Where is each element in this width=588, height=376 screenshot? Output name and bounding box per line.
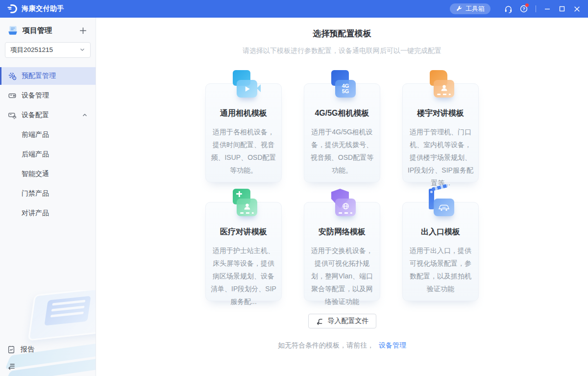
wrench-icon bbox=[456, 5, 463, 12]
card-description: 适用于出入口，提供可视化场景配置，参数配置，以及抓拍机验证功能 bbox=[407, 244, 474, 295]
sidebar-item-label: 设备管理 bbox=[22, 91, 49, 100]
card-title: 通用相机模板 bbox=[206, 108, 281, 119]
minimize-icon bbox=[544, 5, 551, 12]
sidebar-subitem-label: 对讲产品 bbox=[22, 209, 49, 218]
sidebar-subitem-intelligent-traffic[interactable]: 智能交通 bbox=[0, 165, 96, 183]
sidebar: 项目管理 项目20251215 bbox=[0, 18, 96, 376]
card-description: 适用于交换机设备，提供可视化拓扑规划，整网Vlan、端口聚合等配置，以及网络验证… bbox=[308, 244, 376, 308]
app-logo-icon bbox=[7, 3, 18, 14]
close-icon bbox=[573, 5, 581, 13]
card-description: 适用于各相机设备，提供时间配置、视音频、ISUP、OSD配置等功能。 bbox=[210, 125, 277, 176]
template-card-building-intercom[interactable]: 楼宇对讲模板 适用于管理机、门口机、室内机等设备，提供楼宇场景规划、IP段划分、… bbox=[402, 83, 479, 182]
sidebar-bottom: 报告 bbox=[0, 341, 96, 376]
template-card-entrance-exit[interactable]: 出入口模板 适用于出入口，提供可视化场景配置，参数配置，以及抓拍机验证功能 bbox=[402, 202, 479, 301]
sidebar-subitem-intercom-products[interactable]: 对讲产品 bbox=[0, 204, 96, 222]
sidebar-item-report[interactable]: 报告 bbox=[0, 341, 96, 358]
close-button[interactable] bbox=[569, 0, 584, 18]
project-ledger-icon bbox=[7, 25, 19, 36]
sidebar-item-device-management[interactable]: 设备管理 bbox=[0, 87, 96, 104]
card-description: 适用于护士站主机、床头屏等设备，提供病区场景规划、设备清单、IP段划分、SIP服… bbox=[210, 244, 277, 308]
sidebar-item-preconfig-management[interactable]: 预配置管理 bbox=[0, 67, 96, 85]
building-intercom-icon bbox=[426, 70, 455, 100]
add-project-button[interactable] bbox=[78, 25, 88, 35]
device-box-icon bbox=[8, 91, 17, 100]
card-description: 适用于管理机、门口机、室内机等设备，提供楼宇场景规划、IP段划分、SIP服务配置… bbox=[407, 125, 474, 189]
card-description: 适用于4G/5G相机设备，提供无线拨号、视音频、OSD配置等功能。 bbox=[308, 125, 376, 176]
main-content: 选择预配置模板 请选择以下模板进行参数配置，设备通电联网后可以一键完成配置 通用… bbox=[96, 18, 588, 376]
template-card-general-camera[interactable]: 通用相机模板 适用于各相机设备，提供时间配置、视音频、ISUP、OSD配置等功能… bbox=[205, 83, 282, 182]
import-icon bbox=[316, 317, 324, 326]
toolbox-label: 工具箱 bbox=[466, 4, 485, 13]
sidebar-subitem-label: 前端产品 bbox=[22, 130, 49, 139]
device-gear-icon bbox=[8, 111, 17, 120]
page-title: 选择预配置模板 bbox=[313, 28, 371, 40]
footer-note: 如无符合条件的模板，请前往， 设备管理 bbox=[278, 341, 406, 350]
footer-comma: ， bbox=[367, 341, 374, 349]
import-config-button[interactable]: 导入配置文件 bbox=[308, 314, 376, 328]
support-button[interactable] bbox=[500, 0, 516, 18]
report-label: 报告 bbox=[21, 345, 34, 354]
device-management-link[interactable]: 设备管理 bbox=[379, 341, 406, 349]
template-card-security-network[interactable]: 安防网络模板 适用于交换机设备，提供可视化拓扑规划，整网Vlan、端口聚合等配置… bbox=[304, 202, 380, 301]
security-network-icon bbox=[327, 189, 357, 218]
import-button-label: 导入配置文件 bbox=[328, 317, 369, 326]
project-section-title: 项目管理 bbox=[23, 26, 78, 35]
camera-icon bbox=[229, 70, 258, 100]
card-title: 4G/5G相机模板 bbox=[304, 108, 380, 119]
page-subtitle: 请选择以下模板进行参数配置，设备通电联网后可以一键完成配置 bbox=[243, 46, 441, 55]
card-title: 医疗对讲模板 bbox=[206, 227, 281, 237]
app-title: 海康交付助手 bbox=[22, 4, 64, 13]
sidebar-subitem-label: 后端产品 bbox=[22, 150, 49, 159]
headset-icon bbox=[504, 4, 513, 14]
card-title: 安防网络模板 bbox=[304, 227, 380, 237]
titlebar-separator bbox=[536, 5, 536, 12]
sidebar-subitem-back-end-products[interactable]: 后端产品 bbox=[0, 146, 96, 163]
sidebar-collapse-button[interactable] bbox=[0, 358, 96, 374]
sidebar-nav: 预配置管理 设备管理 bbox=[0, 65, 96, 224]
collapse-sidebar-icon bbox=[7, 362, 16, 371]
report-document-icon bbox=[7, 345, 16, 354]
badge-5g: 5G bbox=[342, 88, 349, 94]
card-title: 出入口模板 bbox=[403, 227, 478, 237]
help-button[interactable]: ? bbox=[516, 0, 532, 18]
gear-icon bbox=[8, 72, 17, 80]
sidebar-subitem-label: 门禁产品 bbox=[22, 189, 49, 198]
plus-icon bbox=[79, 26, 87, 35]
sidebar-subitem-access-control-products[interactable]: 门禁产品 bbox=[0, 185, 96, 202]
minimize-button[interactable] bbox=[540, 0, 555, 18]
notification-dot bbox=[525, 3, 529, 7]
template-cards-grid: 通用相机模板 适用于各相机设备，提供时间配置、视音频、ISUP、OSD配置等功能… bbox=[205, 83, 479, 301]
svg-text:?: ? bbox=[522, 6, 525, 11]
4g5g-camera-icon: 4G 5G bbox=[327, 70, 357, 100]
template-card-4g5g-camera[interactable]: 4G 5G 4G/5G相机模板 适用于4G/5G相机设备，提供无线拨号、视音频、… bbox=[304, 83, 380, 182]
sidebar-item-label: 预配置管理 bbox=[22, 72, 56, 80]
maximize-icon bbox=[559, 5, 565, 12]
template-card-medical-intercom[interactable]: 医疗对讲模板 适用于护士站主机、床头屏等设备，提供病区场景规划、设备清单、IP段… bbox=[205, 202, 282, 301]
medical-intercom-icon bbox=[229, 189, 258, 218]
entrance-exit-icon bbox=[426, 189, 455, 218]
footer-text: 如无符合条件的模板，请前往 bbox=[278, 341, 367, 349]
sidebar-item-device-config[interactable]: 设备配置 bbox=[0, 106, 96, 124]
sidebar-subitem-label: 智能交通 bbox=[22, 170, 49, 178]
project-selector-value: 项目20251215 bbox=[10, 46, 53, 54]
maximize-button[interactable] bbox=[555, 0, 569, 18]
project-section-header: 项目管理 bbox=[0, 18, 96, 39]
chevron-up-icon[interactable] bbox=[82, 112, 88, 118]
project-selector[interactable]: 项目20251215 bbox=[5, 42, 91, 58]
titlebar: 海康交付助手 工具箱 ? bbox=[0, 0, 588, 18]
sidebar-item-label: 设备配置 bbox=[22, 111, 49, 120]
sidebar-subitem-front-end-products[interactable]: 前端产品 bbox=[0, 126, 96, 144]
chevron-down-icon bbox=[79, 47, 85, 54]
card-title: 楼宇对讲模板 bbox=[403, 108, 478, 119]
toolbox-button[interactable]: 工具箱 bbox=[450, 3, 490, 14]
